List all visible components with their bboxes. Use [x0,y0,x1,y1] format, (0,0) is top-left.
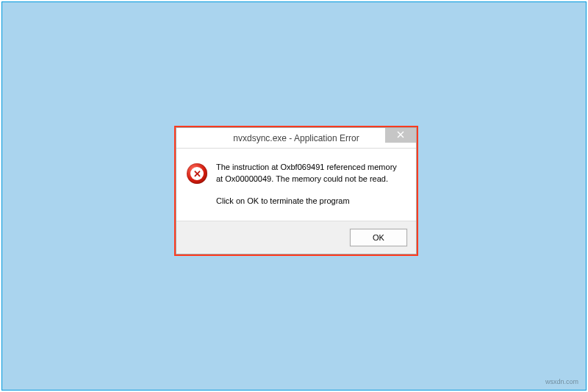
watermark: wsxdn.com [545,378,578,385]
dialog-button-row: OK [176,221,416,254]
dialog-title: nvxdsync.exe - Application Error [176,133,416,143]
message-line-2: Click on OK to terminate the program [216,196,404,207]
error-icon: ✕ [187,163,207,184]
dialog-body: ✕ The instruction at Oxbf069491 referenc… [176,149,416,221]
dialog-message: The instruction at Oxbf069491 referenced… [216,162,404,210]
ok-button[interactable]: OK [350,229,407,246]
message-line-1: The instruction at Oxbf069491 referenced… [216,162,404,185]
dialog-titlebar: nvxdsync.exe - Application Error [176,128,416,149]
error-dialog: nvxdsync.exe - Application Error ✕ [176,127,417,254]
dialog-highlight-frame: nvxdsync.exe - Application Error ✕ [174,126,418,256]
desktop-background: nvxdsync.exe - Application Error ✕ [1,1,587,391]
close-button[interactable] [385,128,416,143]
close-icon [397,131,404,140]
